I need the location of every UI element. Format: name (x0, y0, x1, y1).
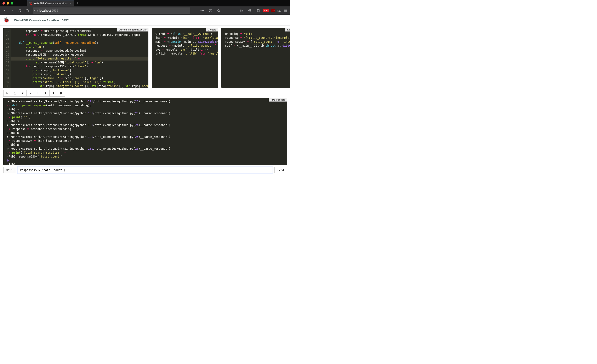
react-devtools-icon[interactable] (247, 8, 253, 14)
new-tab-button[interactable]: + (74, 1, 81, 5)
url-text: localhost:5555 (39, 9, 58, 12)
globals-panel[interactable]: Github = <class '__main__.Github'>json =… (152, 28, 218, 88)
page-content: 🐞 Web-PDB Console on localhost:5555 Curr… (0, 15, 290, 175)
svg-rect-9 (257, 9, 259, 12)
site-info-icon[interactable]: i (34, 9, 38, 12)
svg-text:?: ? (61, 92, 62, 94)
console-panel-label: PDB Console (269, 98, 287, 102)
debug-controls: ? (0, 89, 290, 98)
forward-button[interactable] (9, 8, 15, 14)
adblock-plus-icon[interactable]: ABP (263, 9, 269, 12)
step-out-button[interactable] (11, 90, 19, 97)
step-over-button[interactable] (19, 90, 27, 97)
bookmark-star-icon[interactable] (216, 8, 222, 14)
maximize-window-button[interactable] (11, 2, 13, 5)
close-tab-button[interactable]: × (68, 2, 72, 5)
command-input[interactable] (18, 167, 273, 173)
help-button[interactable]: ? (57, 90, 65, 97)
source-code-panel[interactable]: 192021222324252627282930313233 repoName … (3, 28, 149, 88)
reload-button[interactable] (16, 8, 23, 14)
library-icon[interactable] (238, 8, 245, 14)
sidebar-icon[interactable] (255, 8, 261, 14)
source-panel-label: Current file: github.py(26) (117, 28, 149, 32)
prompt-label: (Pdb) (3, 167, 16, 173)
page-header: 🐞 Web-PDB Console on localhost:5555 (0, 15, 290, 26)
ublock-origin-icon[interactable]: uO (271, 9, 275, 12)
browser-toolbar: i localhost:5555 ••• ABP uO 🦡 (0, 7, 290, 15)
pdb-console[interactable]: > /Users/sumeet.sarkar/Personal/training… (3, 98, 287, 165)
send-button[interactable]: Send (275, 167, 287, 173)
tab-title: Web-PDB Console on localhost (34, 2, 68, 5)
page-title: Web-PDB Console on localhost:5555 (14, 18, 68, 22)
command-input-row: (Pdb) Send (0, 165, 290, 175)
minimize-window-button[interactable] (7, 2, 9, 5)
globals-panel-label: Globals (206, 28, 218, 32)
up-frame-button[interactable] (34, 90, 42, 97)
address-bar[interactable]: i localhost:5555 (33, 8, 190, 14)
window-controls (0, 2, 13, 5)
pocket-icon[interactable] (207, 8, 213, 14)
browser-tab[interactable]: 🐞 Web-PDB Console on localhost × (27, 0, 74, 7)
svg-line-4 (243, 10, 243, 12)
privacy-badger-icon[interactable]: 🦡 (277, 9, 280, 12)
bug-icon: 🐞 (29, 2, 32, 5)
svg-point-5 (250, 10, 250, 11)
home-button[interactable] (24, 8, 30, 14)
menu-button[interactable] (282, 8, 289, 14)
locals-panel[interactable]: encoding = 'utf8'response = '{"total_cou… (221, 28, 290, 88)
browser-tabstrip: 🐞 Web-PDB Console on localhost × + (0, 0, 290, 7)
down-frame-button[interactable] (42, 90, 49, 97)
where-button[interactable] (49, 90, 57, 97)
page-actions-button[interactable]: ••• (199, 8, 205, 14)
bug-logo-icon: 🐞 (3, 17, 9, 23)
continue-button[interactable] (26, 90, 34, 97)
back-button[interactable] (2, 8, 8, 14)
close-window-button[interactable] (2, 2, 5, 5)
svg-marker-0 (217, 9, 220, 12)
next-frame-button[interactable] (3, 90, 11, 97)
svg-point-6 (249, 10, 251, 11)
locals-panel-label: Locals (285, 28, 290, 32)
